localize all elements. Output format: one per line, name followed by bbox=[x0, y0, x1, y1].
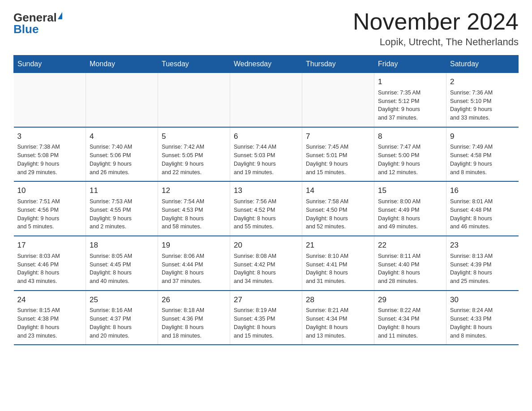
calendar-cell: 11Sunrise: 7:53 AMSunset: 4:55 PMDayligh… bbox=[86, 181, 158, 236]
day-info: Sunrise: 8:21 AMSunset: 4:34 PMDaylight:… bbox=[306, 306, 370, 340]
day-info: Sunrise: 7:56 AMSunset: 4:52 PMDaylight:… bbox=[234, 197, 298, 231]
day-info: Sunrise: 8:19 AMSunset: 4:35 PMDaylight:… bbox=[234, 306, 298, 340]
day-number: 3 bbox=[17, 131, 82, 142]
day-number: 1 bbox=[378, 77, 442, 88]
calendar-cell bbox=[158, 73, 230, 127]
day-number: 20 bbox=[234, 240, 298, 251]
calendar-cell: 25Sunrise: 8:16 AMSunset: 4:37 PMDayligh… bbox=[86, 291, 158, 345]
day-number: 4 bbox=[90, 131, 154, 142]
calendar-cell: 12Sunrise: 7:54 AMSunset: 4:53 PMDayligh… bbox=[158, 181, 230, 236]
day-header-thursday: Thursday bbox=[302, 56, 374, 73]
day-info: Sunrise: 7:49 AMSunset: 4:58 PMDaylight:… bbox=[450, 143, 515, 176]
day-info: Sunrise: 8:03 AMSunset: 4:46 PMDaylight:… bbox=[17, 252, 82, 286]
calendar-cell: 20Sunrise: 8:08 AMSunset: 4:42 PMDayligh… bbox=[230, 236, 302, 291]
day-info: Sunrise: 8:06 AMSunset: 4:44 PMDaylight:… bbox=[162, 252, 226, 286]
day-number: 7 bbox=[306, 131, 370, 142]
day-info: Sunrise: 8:16 AMSunset: 4:37 PMDaylight:… bbox=[90, 306, 154, 340]
calendar-cell: 19Sunrise: 8:06 AMSunset: 4:44 PMDayligh… bbox=[158, 236, 230, 291]
day-info: Sunrise: 8:08 AMSunset: 4:42 PMDaylight:… bbox=[234, 252, 298, 286]
calendar-cell: 5Sunrise: 7:42 AMSunset: 5:05 PMDaylight… bbox=[158, 127, 230, 182]
day-info: Sunrise: 7:54 AMSunset: 4:53 PMDaylight:… bbox=[162, 197, 226, 231]
day-number: 19 bbox=[162, 240, 226, 251]
day-info: Sunrise: 7:45 AMSunset: 5:01 PMDaylight:… bbox=[306, 143, 370, 176]
day-number: 29 bbox=[378, 295, 442, 306]
day-info: Sunrise: 7:38 AMSunset: 5:08 PMDaylight:… bbox=[17, 143, 82, 176]
calendar-cell bbox=[302, 73, 374, 127]
day-number: 9 bbox=[450, 131, 515, 142]
day-number: 5 bbox=[162, 131, 226, 142]
day-info: Sunrise: 8:05 AMSunset: 4:45 PMDaylight:… bbox=[90, 252, 154, 286]
calendar-cell bbox=[14, 73, 86, 127]
calendar-cell: 29Sunrise: 8:22 AMSunset: 4:34 PMDayligh… bbox=[374, 291, 446, 345]
calendar-cell: 24Sunrise: 8:15 AMSunset: 4:38 PMDayligh… bbox=[14, 291, 86, 345]
calendar-cell: 3Sunrise: 7:38 AMSunset: 5:08 PMDaylight… bbox=[14, 127, 86, 182]
day-number: 8 bbox=[378, 131, 442, 142]
day-number: 28 bbox=[306, 295, 370, 306]
calendar-table: SundayMondayTuesdayWednesdayThursdayFrid… bbox=[13, 55, 519, 345]
logo-triangle-icon bbox=[58, 12, 62, 19]
day-number: 23 bbox=[450, 240, 515, 251]
day-header-wednesday: Wednesday bbox=[230, 56, 302, 73]
day-info: Sunrise: 8:10 AMSunset: 4:41 PMDaylight:… bbox=[306, 252, 370, 286]
calendar-cell: 15Sunrise: 8:00 AMSunset: 4:49 PMDayligh… bbox=[374, 181, 446, 236]
day-info: Sunrise: 7:44 AMSunset: 5:03 PMDaylight:… bbox=[234, 143, 298, 176]
day-number: 27 bbox=[234, 295, 298, 306]
title-block: November 2024 Lopik, Utrecht, The Nether… bbox=[353, 9, 519, 48]
month-title: November 2024 bbox=[353, 9, 519, 34]
day-info: Sunrise: 8:00 AMSunset: 4:49 PMDaylight:… bbox=[378, 197, 442, 231]
page-header: General Blue November 2024 Lopik, Utrech… bbox=[13, 9, 519, 48]
day-info: Sunrise: 8:01 AMSunset: 4:48 PMDaylight:… bbox=[450, 197, 515, 231]
day-info: Sunrise: 8:18 AMSunset: 4:36 PMDaylight:… bbox=[162, 306, 226, 340]
day-number: 15 bbox=[378, 185, 442, 197]
days-header-row: SundayMondayTuesdayWednesdayThursdayFrid… bbox=[14, 56, 519, 73]
day-number: 10 bbox=[17, 185, 82, 197]
day-number: 11 bbox=[90, 185, 154, 197]
calendar-cell: 2Sunrise: 7:36 AMSunset: 5:10 PMDaylight… bbox=[446, 73, 519, 127]
week-row-1: 1Sunrise: 7:35 AMSunset: 5:12 PMDaylight… bbox=[14, 73, 519, 127]
day-number: 26 bbox=[162, 295, 226, 306]
day-number: 22 bbox=[378, 240, 442, 251]
day-number: 21 bbox=[306, 240, 370, 251]
calendar-cell: 7Sunrise: 7:45 AMSunset: 5:01 PMDaylight… bbox=[302, 127, 374, 182]
day-number: 12 bbox=[162, 185, 226, 197]
day-header-tuesday: Tuesday bbox=[158, 56, 230, 73]
location: Lopik, Utrecht, The Netherlands bbox=[353, 36, 519, 48]
day-number: 30 bbox=[450, 295, 515, 306]
calendar-cell: 18Sunrise: 8:05 AMSunset: 4:45 PMDayligh… bbox=[86, 236, 158, 291]
calendar-cell: 1Sunrise: 7:35 AMSunset: 5:12 PMDaylight… bbox=[374, 73, 446, 127]
calendar-cell: 27Sunrise: 8:19 AMSunset: 4:35 PMDayligh… bbox=[230, 291, 302, 345]
day-info: Sunrise: 8:15 AMSunset: 4:38 PMDaylight:… bbox=[17, 306, 82, 340]
calendar-cell: 4Sunrise: 7:40 AMSunset: 5:06 PMDaylight… bbox=[86, 127, 158, 182]
calendar-cell: 28Sunrise: 8:21 AMSunset: 4:34 PMDayligh… bbox=[302, 291, 374, 345]
day-number: 25 bbox=[90, 295, 154, 306]
day-number: 6 bbox=[234, 131, 298, 142]
day-header-sunday: Sunday bbox=[14, 56, 86, 73]
calendar-cell: 23Sunrise: 8:13 AMSunset: 4:39 PMDayligh… bbox=[446, 236, 519, 291]
calendar-cell: 26Sunrise: 8:18 AMSunset: 4:36 PMDayligh… bbox=[158, 291, 230, 345]
week-row-2: 3Sunrise: 7:38 AMSunset: 5:08 PMDaylight… bbox=[14, 127, 519, 182]
logo-general-text: General bbox=[13, 12, 57, 23]
calendar-cell: 17Sunrise: 8:03 AMSunset: 4:46 PMDayligh… bbox=[14, 236, 86, 291]
day-header-friday: Friday bbox=[374, 56, 446, 73]
calendar-cell: 30Sunrise: 8:24 AMSunset: 4:33 PMDayligh… bbox=[446, 291, 519, 345]
day-header-monday: Monday bbox=[86, 56, 158, 73]
day-number: 13 bbox=[234, 185, 298, 197]
calendar-cell bbox=[86, 73, 158, 127]
day-info: Sunrise: 7:47 AMSunset: 5:00 PMDaylight:… bbox=[378, 143, 442, 176]
day-info: Sunrise: 7:58 AMSunset: 4:50 PMDaylight:… bbox=[306, 197, 370, 231]
day-number: 14 bbox=[306, 185, 370, 197]
calendar-cell: 16Sunrise: 8:01 AMSunset: 4:48 PMDayligh… bbox=[446, 181, 519, 236]
day-number: 24 bbox=[17, 295, 82, 306]
day-info: Sunrise: 8:22 AMSunset: 4:34 PMDaylight:… bbox=[378, 306, 442, 340]
calendar-cell bbox=[230, 73, 302, 127]
week-row-3: 10Sunrise: 7:51 AMSunset: 4:56 PMDayligh… bbox=[14, 181, 519, 236]
calendar-cell: 21Sunrise: 8:10 AMSunset: 4:41 PMDayligh… bbox=[302, 236, 374, 291]
day-info: Sunrise: 8:11 AMSunset: 4:40 PMDaylight:… bbox=[378, 252, 442, 286]
day-number: 16 bbox=[450, 185, 515, 197]
calendar-cell: 6Sunrise: 7:44 AMSunset: 5:03 PMDaylight… bbox=[230, 127, 302, 182]
day-header-saturday: Saturday bbox=[446, 56, 519, 73]
calendar-cell: 8Sunrise: 7:47 AMSunset: 5:00 PMDaylight… bbox=[374, 127, 446, 182]
day-info: Sunrise: 7:36 AMSunset: 5:10 PMDaylight:… bbox=[450, 89, 515, 122]
day-number: 2 bbox=[450, 77, 515, 88]
calendar-cell: 9Sunrise: 7:49 AMSunset: 4:58 PMDaylight… bbox=[446, 127, 519, 182]
